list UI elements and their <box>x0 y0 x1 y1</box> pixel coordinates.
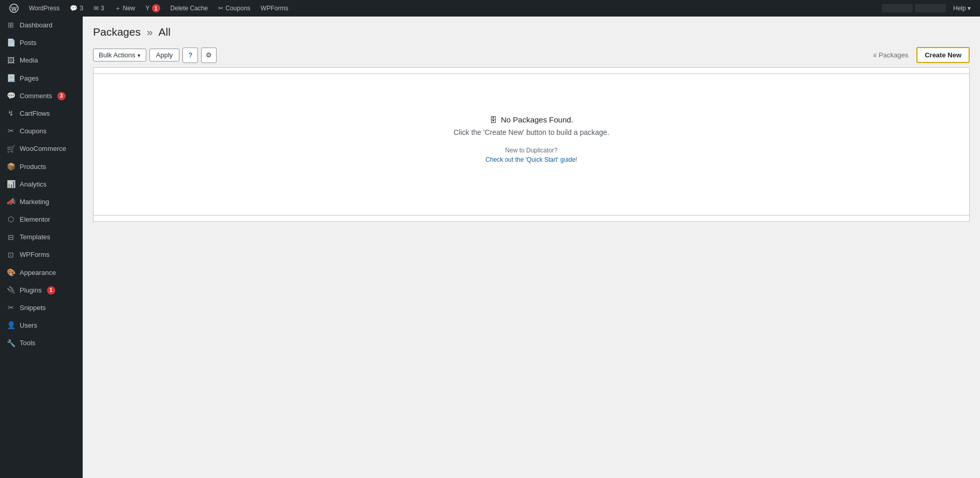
list-icon: ≡ <box>873 52 877 59</box>
question-icon: ? <box>188 51 192 59</box>
chevron-down-icon <box>137 51 141 59</box>
yoast-icon: Y <box>146 5 150 12</box>
pages-icon: 📃 <box>6 74 16 83</box>
sidebar-item-tools[interactable]: 🔧 Tools <box>0 334 83 352</box>
sidebar-label-coupons: Coupons <box>20 127 47 136</box>
media-icon: 🖼 <box>6 56 16 65</box>
messages-item[interactable]: ✉ 3 <box>88 0 110 17</box>
sidebar-item-comments[interactable]: 💬 Comments 3 <box>0 87 83 105</box>
comments-badge: 3 <box>57 92 66 100</box>
comments-icon: 💬 <box>6 91 16 101</box>
sidebar-label-marketing: Marketing <box>20 197 49 207</box>
duplicator-text: New to Duplicator? <box>104 147 959 154</box>
woocommerce-icon: 🛒 <box>6 144 16 153</box>
sidebar-item-elementor[interactable]: ⬡ Elementor <box>0 211 83 228</box>
sidebar-label-tools: Tools <box>20 338 35 348</box>
appearance-icon: 🎨 <box>6 268 16 277</box>
sidebar-item-analytics[interactable]: 📊 Analytics <box>0 176 83 193</box>
posts-icon: 📄 <box>6 38 16 48</box>
package-icon: 🗄 <box>489 116 497 124</box>
page-title: Packages » All <box>93 25 171 39</box>
empty-state: 🗄 No Packages Found. Click the 'Create N… <box>94 74 969 215</box>
marketing-icon: 📣 <box>6 197 16 207</box>
settings-icon-button[interactable]: ⚙ <box>201 48 217 63</box>
admin-bar: W WordPress 💬 3 ✉ 3 ＋ New Y 1 Delete Cac… <box>0 0 980 17</box>
sidebar-label-appearance: Appearance <box>20 268 56 277</box>
sidebar-label-posts: Posts <box>20 38 37 48</box>
sidebar-item-woocommerce[interactable]: 🛒 WooCommerce <box>0 140 83 158</box>
elementor-icon: ⬡ <box>6 215 16 224</box>
bulk-actions-button[interactable]: Bulk Actions <box>93 49 146 61</box>
plugins-badge: 1 <box>47 286 55 295</box>
sidebar-label-users: Users <box>20 321 37 330</box>
snippets-icon: ✂ <box>6 303 16 313</box>
sidebar-item-coupons[interactable]: ✂ Coupons <box>0 122 83 140</box>
sidebar-item-pages[interactable]: 📃 Pages <box>0 70 83 87</box>
site-name-item[interactable]: WordPress <box>24 0 65 17</box>
sidebar-item-products[interactable]: 📦 Products <box>0 158 83 176</box>
sidebar-label-products: Products <box>20 162 46 172</box>
delete-cache-item[interactable]: Delete Cache <box>165 0 213 17</box>
toolbar: Bulk Actions Apply ? ⚙ ≡ Packages <box>93 43 970 67</box>
sidebar-label-comments: Comments <box>20 91 52 101</box>
sidebar-item-marketing[interactable]: 📣 Marketing <box>0 193 83 211</box>
sidebar-item-plugins[interactable]: 🔌 Plugins 1 <box>0 282 83 299</box>
dashboard-icon: ⊞ <box>6 21 16 30</box>
sidebar-label-media: Media <box>20 56 38 65</box>
main-content: Packages » All Bulk Actions Apply ? ⚙ <box>83 17 980 478</box>
admin-bar-search <box>882 4 913 12</box>
wpforms-bar-item[interactable]: WPForms <box>255 0 293 17</box>
create-new-button[interactable]: Create New <box>916 47 970 63</box>
sidebar-label-plugins: Plugins <box>20 286 42 295</box>
gear-icon: ⚙ <box>206 51 212 59</box>
plus-icon: ＋ <box>115 4 121 13</box>
sidebar-label-cartflows: CartFlows <box>20 109 50 118</box>
new-item[interactable]: ＋ New <box>110 0 141 17</box>
admin-bar-user <box>915 4 946 12</box>
sidebar-item-posts[interactable]: 📄 Posts <box>0 34 83 52</box>
help-icon-button[interactable]: ? <box>182 48 198 63</box>
tools-icon: 🔧 <box>6 338 16 348</box>
sidebar-item-snippets[interactable]: ✂ Snippets <box>0 299 83 317</box>
sidebar-label-templates: Templates <box>20 233 50 242</box>
sidebar-item-appearance[interactable]: 🎨 Appearance <box>0 264 83 282</box>
sidebar-item-cartflows[interactable]: ↯ CartFlows <box>0 105 83 122</box>
wpforms-icon: ⊡ <box>6 251 16 260</box>
empty-state-subtitle: Click the 'Create New' button to build a… <box>104 128 959 136</box>
page-header: Packages » All <box>93 25 970 39</box>
quick-start-link[interactable]: Check out the 'Quick Start' guide! <box>104 156 959 163</box>
analytics-icon: 📊 <box>6 180 16 189</box>
sidebar-label-woocommerce: WooCommerce <box>20 144 66 153</box>
sidebar-label-dashboard: Dashboard <box>20 21 53 30</box>
title-separator: » <box>147 26 153 38</box>
coupons-bar-icon: ✂ <box>218 5 223 12</box>
comments-item[interactable]: 💬 3 <box>65 0 88 17</box>
message-icon: ✉ <box>94 5 99 12</box>
main-layout: ⊞ Dashboard 📄 Posts 🖼 Media 📃 Pages 💬 Co… <box>0 17 980 478</box>
sidebar-item-media[interactable]: 🖼 Media <box>0 52 83 69</box>
sidebar-item-templates[interactable]: ⊟ Templates <box>0 228 83 246</box>
sidebar-item-dashboard[interactable]: ⊞ Dashboard <box>0 17 83 34</box>
templates-icon: ⊟ <box>6 233 16 242</box>
yoast-badge: 1 <box>152 4 160 12</box>
yoast-item[interactable]: Y 1 <box>141 0 165 17</box>
users-icon: 👤 <box>6 321 16 330</box>
sidebar-label-snippets: Snippets <box>20 303 46 313</box>
cartflows-icon: ↯ <box>6 109 16 118</box>
plugins-icon: 🔌 <box>6 286 16 295</box>
apply-button[interactable]: Apply <box>149 49 180 61</box>
comment-icon: 💬 <box>70 5 78 12</box>
wp-logo-item[interactable]: W <box>4 0 24 17</box>
content-bottom-bar <box>94 215 969 221</box>
admin-bar-right: Help ▾ <box>882 4 976 12</box>
sidebar-label-pages: Pages <box>20 74 39 83</box>
sidebar-item-users[interactable]: 👤 Users <box>0 317 83 334</box>
sidebar-label-elementor: Elementor <box>20 215 50 224</box>
help-button[interactable]: Help ▾ <box>948 5 976 12</box>
packages-link[interactable]: ≡ Packages <box>869 49 912 61</box>
coupons-bar-item[interactable]: ✂ Coupons <box>213 0 255 17</box>
sidebar-label-wpforms: WPForms <box>20 250 50 259</box>
toolbar-right: ≡ Packages Create New <box>869 47 970 63</box>
sidebar-item-wpforms[interactable]: ⊡ WPForms <box>0 246 83 264</box>
sidebar-label-analytics: Analytics <box>20 180 47 189</box>
